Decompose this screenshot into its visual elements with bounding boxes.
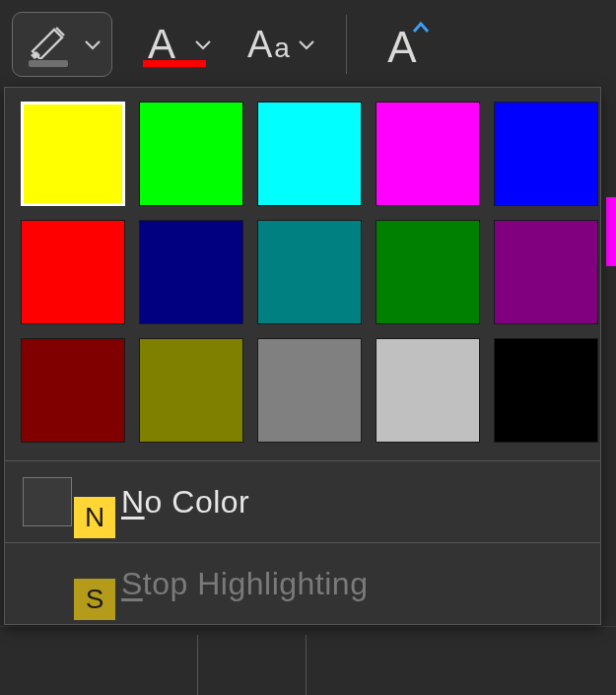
chevron-down-icon [84,38,102,50]
change-case-button[interactable]: Aa [237,12,326,77]
stop-highlighting-label: Stop Highlighting [121,566,368,602]
grow-font-icon: A [377,20,427,69]
shortcut-key-badge: S [74,579,115,620]
color-swatch-maroon[interactable] [21,338,125,443]
highlight-color-dropdown: N No Color S Stop Highlighting [4,87,601,625]
background-strip [0,626,616,695]
color-swatch-green[interactable] [376,220,480,324]
stop-highlighting-item[interactable]: S Stop Highlighting [5,543,600,624]
color-swatch-gray[interactable] [257,338,362,443]
color-swatch-purple[interactable] [494,220,598,324]
no-color-label: No Color [121,484,249,521]
color-swatch-grid [5,88,600,460]
toolbar-divider [346,15,347,74]
color-swatch-black[interactable] [494,338,598,443]
color-swatch-cyan[interactable] [257,102,362,206]
no-color-item[interactable]: N No Color [5,461,600,542]
highlighter-button[interactable] [12,12,112,77]
formatting-toolbar: A Aa A [0,0,616,87]
chevron-down-icon [194,38,212,50]
color-swatch-yellow[interactable] [21,102,125,206]
color-swatch-lime[interactable] [139,102,243,206]
font-color-underline [143,60,206,67]
color-swatch-navy[interactable] [139,220,243,324]
color-swatch-blue[interactable] [494,102,598,206]
font-color-button[interactable]: A [126,12,223,77]
highlighter-icon [23,22,76,67]
chevron-down-icon [298,38,315,50]
color-swatch-magenta[interactable] [376,102,480,206]
magenta-peek [606,197,616,266]
shortcut-key-badge: N [74,497,115,538]
grow-font-button[interactable]: A [367,12,438,77]
change-case-icon: Aa [247,24,290,66]
color-swatch-teal[interactable] [257,220,362,324]
color-swatch-silver[interactable] [376,338,480,443]
font-color-icon: A [137,20,186,69]
color-swatch-red[interactable] [21,220,125,324]
no-color-swatch [23,477,72,526]
color-swatch-olive[interactable] [139,338,243,443]
